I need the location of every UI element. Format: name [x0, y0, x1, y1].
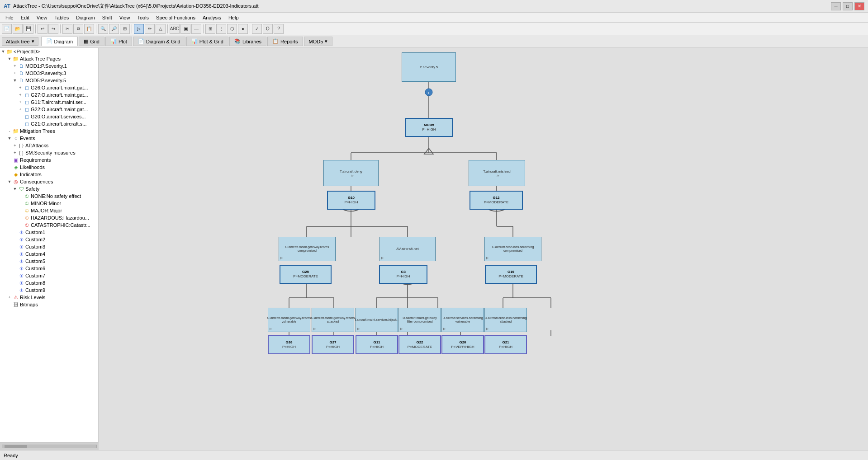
tab-diagram[interactable]: 📄 Diagram [41, 37, 78, 46]
new-button[interactable]: 📄 [2, 24, 12, 34]
check-btn[interactable]: ✓ [252, 24, 262, 34]
minimize-button[interactable]: ─ [831, 2, 841, 10]
node-g19[interactable]: G19 P=MODERATE [485, 265, 537, 284]
menu-file[interactable]: File [2, 14, 17, 21]
tab-plot-grid[interactable]: 📊 Plot & Grid [186, 37, 228, 46]
tree-g20[interactable]: ◻ G20:O.aircraft.services... [0, 113, 98, 120]
node-pseverity5[interactable]: P.severity.5 [402, 52, 456, 82]
node-g26[interactable]: G26 P=HIGH [268, 335, 310, 354]
tree-g22[interactable]: + ◻ G22:O.aircraft.maint.gat... [0, 106, 98, 113]
node-mod5[interactable]: MOD5 P=HIGH [405, 118, 453, 137]
leaf-l26[interactable]: C.aircraft.maint.gateway.reams vulnerabl… [268, 308, 310, 332]
tree-attack-pages[interactable]: ▼ 📁 Attack Tree Pages [0, 55, 98, 62]
tree-g11[interactable]: + ◻ G11:T.aircraft.maint.ser... [0, 99, 98, 106]
tree-sm-security[interactable]: + { } SM:Security measures [0, 149, 98, 156]
leaf-l20[interactable]: D.aircraft.services.hardening vulnerable… [441, 308, 484, 332]
line-button[interactable]: — [191, 24, 201, 34]
tree-catastrophic[interactable]: ① CATASTROPHIC:Catastr... [0, 221, 98, 229]
tree-g27[interactable]: + ◻ G27:O.aircraft.maint.gat... [0, 91, 98, 99]
tree-risk-levels[interactable]: + ⚠ Risk Levels [0, 294, 98, 301]
tree-custom2[interactable]: ① Custom2 [0, 236, 98, 243]
tree-root[interactable]: ▼ 📁 <ProjectID> [0, 48, 98, 55]
tree-at-attacks[interactable]: + { } AT:Attacks [0, 142, 98, 149]
tab-plot[interactable]: 📊 Plot [105, 37, 132, 46]
node-cgw-right[interactable]: C.aircraft.ckan.loss.hardening compromis… [484, 237, 541, 261]
leaf-l11[interactable]: T.aircraft.maint.services.hijack... 🏳 [356, 308, 398, 332]
attack-tree-selector[interactable]: Attack tree ▾ [2, 37, 38, 46]
left-panel-scrollbar[interactable] [0, 442, 99, 450]
leaf-l21[interactable]: D.aircraft.ckan.loss.hardening attacked … [484, 308, 527, 332]
tree-g21[interactable]: ◻ G21:O.aircraft.aircraft.s... [0, 120, 98, 127]
tab-grid[interactable]: ▦ Grid [79, 37, 104, 46]
node-g25[interactable]: G25 P=MODERATE [280, 265, 332, 284]
tab-reports[interactable]: 📋 Reports [267, 37, 303, 46]
titlebar-controls[interactable]: ─ □ ✕ [831, 2, 864, 10]
menu-analysis[interactable]: Analysis [199, 14, 225, 21]
tree-mod1[interactable]: + 🗋 MOD1:P.Severity.1 [0, 62, 98, 70]
menu-help[interactable]: Help [225, 14, 242, 21]
tree-indicators[interactable]: ◆ Indicators [0, 171, 98, 178]
cut-button[interactable]: ✂ [62, 24, 72, 34]
node-g22-diag[interactable]: G22 P=MODERATE [398, 335, 441, 354]
menu-shift[interactable]: Shift [99, 14, 116, 21]
node-av-net[interactable]: AV.aircraft.net 🏳 [379, 237, 436, 261]
open-button[interactable]: 📂 [13, 24, 23, 34]
close-button[interactable]: ✕ [854, 2, 864, 10]
tree-custom7[interactable]: ① Custom7 [0, 272, 98, 279]
menu-special[interactable]: Special Functions [152, 14, 199, 21]
tree-mod3[interactable]: + 🗋 MOD3:P.severity.3 [0, 70, 98, 77]
tree-hazardous[interactable]: ① HAZARDOUS:Hazardou... [0, 214, 98, 221]
tree-consequences[interactable]: ▼ ◎ Consequences [0, 178, 98, 185]
grid-btn[interactable]: ⊞ [205, 24, 215, 34]
canvas-area[interactable]: i P.severity.5 MOD5 P=HIGH T.aircraft.de… [99, 48, 868, 460]
node-g21-diag[interactable]: G21 P=HIGH [484, 335, 527, 354]
menu-tools[interactable]: Tools [133, 14, 152, 21]
maximize-button[interactable]: □ [843, 2, 853, 10]
node-g3[interactable]: G3 P=HIGH [379, 265, 427, 284]
tree-custom9[interactable]: ① Custom9 [0, 286, 98, 294]
select-button[interactable]: ▷ [134, 24, 144, 34]
menu-view2[interactable]: View [116, 14, 134, 21]
tree-safety[interactable]: ▼ 🛡 Safety [0, 185, 98, 192]
zoom-in-button[interactable]: 🔍 [98, 24, 108, 34]
node-tmislead[interactable]: T.aircraft.mislead 🏳 [469, 160, 525, 186]
vscroll-left-thumb[interactable] [5, 445, 27, 448]
node-tdeny[interactable]: T.aircraft.deny 🏳 [323, 160, 379, 186]
abc-button[interactable]: ABC [170, 24, 180, 34]
menu-edit[interactable]: Edit [17, 14, 33, 21]
tree-mod5[interactable]: ▼ 🗋 MOD5:P.severity.5 [0, 77, 98, 84]
help-btn[interactable]: ? [274, 24, 284, 34]
circle-btn[interactable]: ● [238, 24, 248, 34]
diagram-canvas[interactable]: i P.severity.5 MOD5 P=HIGH T.aircraft.de… [99, 48, 868, 450]
copy-button[interactable]: ⧉ [73, 24, 83, 34]
tree-custom3[interactable]: ① Custom3 [0, 243, 98, 250]
leaf-l22[interactable]: D.aircraft.maint.gateway filter compromi… [398, 308, 441, 332]
tree-custom1[interactable]: ① Custom1 [0, 229, 98, 236]
connect-btn[interactable]: ⬡ [227, 24, 237, 34]
menu-view[interactable]: View [33, 14, 51, 21]
q-btn[interactable]: Q [263, 24, 273, 34]
fill-button[interactable]: ▣ [180, 24, 190, 34]
node-cgw-left[interactable]: C.aircraft.maint.gateway.reams compromis… [279, 237, 336, 261]
tree-minor[interactable]: ① MINOR:Minor [0, 200, 98, 207]
tab-libraries[interactable]: 📚 Libraries [229, 37, 266, 46]
tree-custom4[interactable]: ① Custom4 [0, 250, 98, 258]
gate-button[interactable]: △ [156, 24, 166, 34]
zoom-out-button[interactable]: 🔎 [109, 24, 119, 34]
draw-button[interactable]: ✏ [145, 24, 155, 34]
undo-button[interactable]: ↩ [38, 24, 47, 34]
tree-likelihoods[interactable]: ◈ Likelihoods [0, 164, 98, 171]
node-g20-diag[interactable]: G20 P=VERYHIGH [441, 335, 484, 354]
node-g27-diag[interactable]: G27 P=HIGH [312, 335, 354, 354]
tree-custom5[interactable]: ① Custom5 [0, 258, 98, 265]
save-button[interactable]: 💾 [24, 24, 33, 34]
tree-requirements[interactable]: ▣ Requirements [0, 156, 98, 164]
node-g10[interactable]: G10 P=HIGH [327, 191, 375, 210]
node-g12[interactable]: G12 P=MODERATE [470, 191, 523, 210]
vscroll-left-track[interactable] [2, 445, 97, 448]
snap-btn[interactable]: ⋮ [216, 24, 226, 34]
tree-events[interactable]: ▼ ○ Events [0, 135, 98, 142]
tree-mitigation[interactable]: - 📁 Mitigation Trees [0, 127, 98, 135]
tree-bitmaps[interactable]: 🖼 Bitmaps [0, 301, 98, 308]
redo-button[interactable]: ↪ [48, 24, 58, 34]
